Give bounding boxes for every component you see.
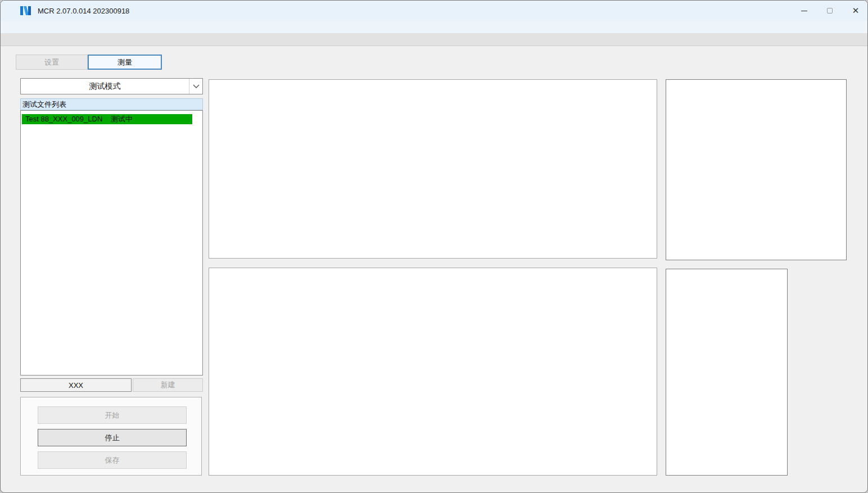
- control-groupbox: 开始 停止 保存: [20, 397, 202, 476]
- close-button[interactable]: ✕: [843, 1, 868, 21]
- test-mode-value: 测试模式: [21, 82, 189, 92]
- bark-spectrum-chart[interactable]: [209, 268, 658, 476]
- bark-chart-panel: [209, 268, 657, 476]
- app-icon: [20, 4, 32, 17]
- menu-bar: [1, 21, 868, 33]
- start-button[interactable]: 开始: [38, 406, 187, 424]
- chevron-down-icon: [193, 84, 200, 89]
- test-file-list[interactable]: Test 88_XXX_009_LDN 测试中: [20, 110, 203, 376]
- combo-dropdown-button[interactable]: [189, 79, 202, 94]
- minimize-button[interactable]: [791, 1, 817, 21]
- app-window: MCR 2.07.0.014 202300918 ✕ 设置 测量 测试模式 测试…: [0, 0, 868, 493]
- new-button[interactable]: 新建: [133, 378, 203, 392]
- minimize-icon: [801, 11, 807, 11]
- loudness-time-chart-panel: [209, 79, 657, 259]
- tab-settings[interactable]: 设置: [16, 55, 88, 70]
- xxx-button[interactable]: XXX: [20, 378, 132, 392]
- save-button[interactable]: 保存: [38, 451, 187, 469]
- window-title: MCR 2.07.0.014 202300918: [38, 7, 129, 15]
- maximize-icon: [827, 8, 833, 13]
- tab-measure[interactable]: 测量: [88, 55, 162, 70]
- close-icon: ✕: [852, 6, 860, 16]
- loudness-time-chart[interactable]: [209, 80, 658, 259]
- stop-button[interactable]: 停止: [38, 429, 187, 446]
- test-file-list-header: 测试文件列表: [20, 98, 203, 110]
- loudness-table-panel: [666, 79, 847, 260]
- maximize-button[interactable]: [817, 1, 843, 21]
- test-mode-select[interactable]: 测试模式: [20, 78, 203, 94]
- tab-strip: [1, 33, 868, 46]
- test-file-item[interactable]: Test 88_XXX_009_LDN 测试中: [22, 114, 192, 124]
- title-bar: MCR 2.07.0.014 202300918 ✕: [1, 1, 868, 21]
- bark-table-panel: [666, 269, 788, 476]
